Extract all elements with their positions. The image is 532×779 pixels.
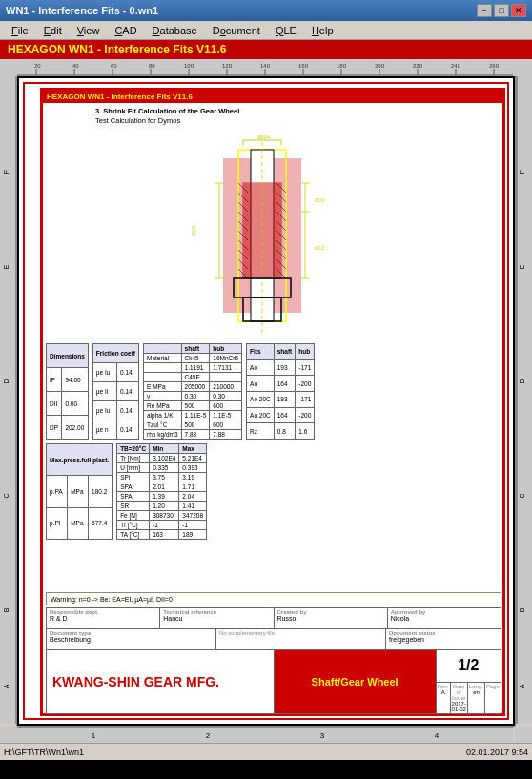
svg-text:C: C [3,493,10,498]
svg-text:2: 2 [206,731,211,740]
tb-bottom-section: KWANG-SHIN GEAR MFG. Shaft/Gear Wheel 1/… [47,650,501,713]
fric-title: Friction coeff [92,344,138,363]
tb-doc-type: Document type Beschreibung [47,629,216,649]
ruler-left: F E D C B A [0,76,17,726]
tb-lang-label: Lang. [469,684,483,689]
mech-svg: Ø 94 202 100 [167,131,358,340]
res-row-sr: SR 1.20 1.41 [117,502,207,511]
dim-row-dii: DII 0.00 [47,392,89,416]
fits-au-label: Au [247,376,275,392]
res-header: TB=20°C Min Max [117,444,207,454]
tb-suppfile-value: No supplementary file [219,630,382,636]
maxp-pi-unit: MPa [68,507,89,539]
fits-au-hub: -200 [296,376,315,392]
res-spai-max: 2.04 [179,492,207,502]
window-controls: − □ ✕ [477,4,526,17]
res-tb-header: TB=20°C [117,444,150,454]
tb-date-value: 2017-01-02 [452,701,466,712]
res-spa-max: 1.71 [179,482,207,492]
res-row-ta: TA [°C] 163 189 [117,530,207,540]
max-press-table: Max.press.full plast. p.PA MPa 180.2 p.P… [46,443,113,540]
tb-doc-status: Document status freigegeben [386,629,501,649]
mat-re-label: Re MPa [144,401,182,411]
svg-text:F: F [519,170,525,174]
menu-document[interactable]: Document [205,23,268,38]
mat-tzul-shaft: 500 [181,420,210,430]
close-button[interactable]: ✕ [511,4,526,17]
warning-box: Warning: n=0 -> Be: EA=EI, µA=µI, DII=0 [46,592,501,605]
ruler-left-svg: F E D C B A [0,76,17,724]
menu-database[interactable]: Database [145,23,205,38]
menu-help[interactable]: Help [304,23,341,38]
material-table: shaft hub Material Ck45 16MnCr6 1.1191 1… [143,343,242,440]
minimize-button[interactable]: − [477,4,492,17]
res-tr-label: Tr [Nm] [117,454,150,463]
svg-text:120: 120 [222,63,233,69]
res-row-ti: TI [°C] -1 -1 [117,521,207,530]
dim-dii-label: DII [47,392,62,416]
fric-val-1: 0.14 [117,363,139,382]
res-sr-min: 1.20 [150,502,179,511]
res-ti-max: -1 [179,521,207,530]
svg-text:260: 260 [489,63,500,69]
menu-file[interactable]: File [4,23,36,38]
mat-material-label: Material [144,354,182,363]
res-row-u: U [mm] 0.335 0.393 [117,463,207,473]
fits-rz-label: Rz [247,423,275,440]
menu-view[interactable]: View [70,23,108,38]
res-fe-min: 308730 [150,511,179,521]
menu-bar: File Edit View CAD Database Document QLE… [0,21,532,40]
maximize-button[interactable]: □ [494,4,509,17]
fits-row-au20: Au 20C 164 -200 [247,407,315,423]
svg-text:B: B [3,607,10,612]
fits-header-fits: Fits [247,344,275,360]
svg-text:80: 80 [149,63,155,69]
svg-text:D: D [519,379,525,383]
left-edge: Contents of this document are the intell… [25,92,38,709]
canvas-area[interactable]: 20 40 60 80 100 120 140 160 180 200 [0,59,532,743]
fits-ao20-hub: -171 [296,391,315,407]
menu-qle[interactable]: QLE [268,23,304,38]
res-sr-max: 1.41 [179,502,207,511]
tb-lang-value: en [469,689,483,695]
maxp-pa-label: p.PA [47,476,68,507]
tb-created-value: Russo [277,615,384,622]
res-spa-min: 2.01 [150,482,179,492]
fits-header: Fits shaft hub [247,344,315,360]
svg-text:E: E [519,264,525,269]
maxp-pi-value: 577.4 [89,507,113,539]
res-spi-max: 3.19 [179,473,207,482]
fits-au20-label: Au 20C [247,407,275,423]
res-fe-max: 347208 [179,511,207,521]
fits-row-rz: Rz 0.8 1.6 [247,423,315,440]
status-right: 02.01.2017 9:54 [466,748,528,757]
svg-text:3: 3 [320,731,325,740]
tb-resp-dept: Responsible dept. R & D [47,608,160,628]
svg-text:E: E [3,264,10,269]
tb-approved-by: Approved by Nicola [388,608,501,628]
results-table: TB=20°C Min Max Tr [Nm] 3.102E4 5.21E4 U… [116,443,207,540]
mat-code1-label [144,363,182,373]
fits-au20-hub: -200 [296,407,315,423]
res-ti-min: -1 [150,521,179,530]
menu-cad[interactable]: CAD [107,23,144,38]
warning-text: Warning: n=0 -> Be: EA=EI, µA=µI, DII=0 [51,596,173,603]
fric-mue-iu2: µe Iu [92,401,116,420]
fric-val-2: 0.14 [117,382,139,401]
menu-edit[interactable]: Edit [36,23,70,38]
mat-row-re: Re MPa 500 600 [144,401,242,411]
mat-row-code1: 1.1191 1.7131 [144,363,242,373]
fits-row-au: Au 164 -200 [247,376,315,392]
fits-au20-shaft: 164 [274,407,296,423]
friction-table: Friction coeff µe Iu 0.14 µe II 0.14 µe … [92,343,139,440]
svg-text:180: 180 [337,63,347,69]
tb-tech-ref: Technical reference Hancu [160,608,274,628]
dim-row-if: IF 94.00 [47,368,89,392]
svg-text:1: 1 [92,731,96,740]
maxp-header: Max.press.full plast. [47,444,113,476]
dim-dp-value: 202.00 [62,416,88,440]
mat-rho-shaft: 7.88 [181,430,210,440]
svg-text:200: 200 [375,63,385,69]
tb-created-by: Created by Russo [275,608,388,628]
mat-rho-hub: 7.88 [210,430,242,440]
